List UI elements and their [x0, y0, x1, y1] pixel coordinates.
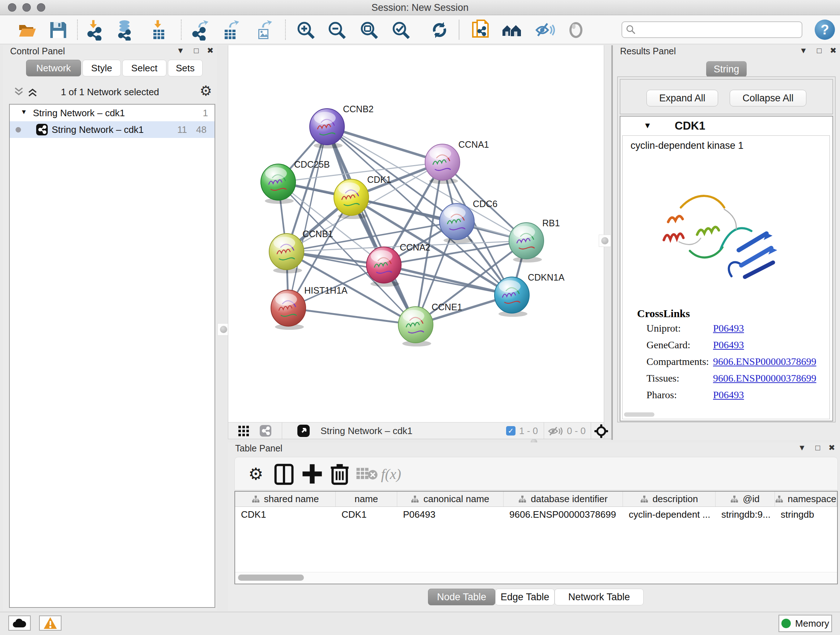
- column-header-database-identifier[interactable]: database identifier: [504, 492, 623, 507]
- compartments-link[interactable]: 9606.ENSP00000378699: [713, 356, 816, 367]
- network-node-CCNB1[interactable]: CCNB1: [269, 229, 333, 273]
- table-cell[interactable]: CDK1: [235, 507, 336, 522]
- results-scrollbar[interactable]: [624, 412, 654, 417]
- table-horizontal-scrollbar[interactable]: [235, 572, 837, 583]
- table-cell[interactable]: cyclin-dependent ...: [623, 507, 715, 522]
- collapse-panel-icon[interactable]: ▼: [177, 46, 185, 55]
- tab-network-table[interactable]: Network Table: [554, 589, 644, 605]
- search-field[interactable]: [622, 21, 802, 38]
- fit-selected-crosshair-icon[interactable]: [594, 424, 608, 438]
- network-edge-HIST1H1A-CCNE1[interactable]: [288, 308, 416, 325]
- delete-table-icon[interactable]: [355, 462, 379, 486]
- tab-network[interactable]: Network: [26, 60, 81, 76]
- tissues-link[interactable]: 9606.ENSP00000378699: [713, 372, 816, 384]
- network-collection-row[interactable]: ▼ String Network – cdk1 1: [10, 105, 215, 121]
- import-network-from-file-button[interactable]: [84, 19, 106, 41]
- network-from-file-button[interactable]: [469, 19, 492, 41]
- zoom-in-button[interactable]: [294, 19, 317, 41]
- close-panel-icon[interactable]: ✖: [830, 46, 836, 55]
- tab-style[interactable]: Style: [82, 60, 121, 76]
- node-label-CCNB2: CCNB2: [343, 104, 374, 114]
- table-cell[interactable]: stringdb: [775, 507, 837, 522]
- table-options-gear-icon[interactable]: ⚙: [244, 462, 267, 486]
- column-header-description[interactable]: description: [623, 492, 715, 507]
- zoom-out-button[interactable]: [325, 19, 348, 41]
- collapse-panel-icon[interactable]: ▼: [798, 443, 806, 453]
- help-button[interactable]: ?: [815, 19, 835, 40]
- grid-view-icon[interactable]: [238, 426, 249, 437]
- zoom-selected-button[interactable]: [390, 19, 412, 41]
- birds-eye-view-icon[interactable]: [297, 424, 310, 437]
- warnings-button[interactable]: [39, 616, 62, 631]
- save-session-button[interactable]: [47, 19, 69, 41]
- export-network-button[interactable]: [189, 19, 212, 41]
- table-cell[interactable]: stringdb:9...: [715, 507, 775, 522]
- network-canvas[interactable]: CCNB2CCNA1CDC25BCDK1CDC6RB1CCNB1CCNA2CDK…: [228, 45, 604, 422]
- genecard-link[interactable]: P06493: [713, 339, 744, 351]
- column-header-namespace[interactable]: namespace: [775, 492, 837, 507]
- memory-button[interactable]: Memory: [778, 615, 832, 632]
- network-options-gear-icon[interactable]: ⚙: [200, 83, 212, 99]
- export-table-button[interactable]: [219, 19, 242, 41]
- import-network-from-database-button[interactable]: [114, 19, 136, 41]
- pharos-link[interactable]: P06493: [713, 389, 744, 401]
- string-view-icon[interactable]: [259, 424, 272, 437]
- main-toolbar: ?: [0, 15, 840, 44]
- tab-sets[interactable]: Sets: [168, 60, 202, 76]
- expand-all-button[interactable]: Expand All: [646, 90, 718, 106]
- float-panel-icon[interactable]: □: [817, 46, 821, 55]
- network-node-RB1[interactable]: RB1: [509, 218, 560, 263]
- tab-string[interactable]: String: [706, 61, 747, 77]
- string-home-button[interactable]: [501, 19, 523, 41]
- tree-expander-icon[interactable]: ▼: [21, 108, 27, 116]
- tab-node-table[interactable]: Node Table: [428, 589, 495, 605]
- uniprot-link[interactable]: P06493: [713, 323, 744, 334]
- table-cell[interactable]: P06493: [397, 507, 504, 522]
- collapse-all-button[interactable]: Collapse All: [729, 90, 806, 106]
- table-cell[interactable]: 9606.ENSP00000378699: [504, 507, 623, 522]
- selected-checkbox-icon[interactable]: ✓: [506, 426, 515, 435]
- network-node-CCNE1[interactable]: CCNE1: [398, 302, 462, 347]
- network-node-CCNA2[interactable]: CCNA2: [366, 242, 431, 287]
- network-row[interactable]: String Network – cdk1 11 48: [10, 121, 215, 138]
- zoom-fit-button[interactable]: [358, 19, 380, 41]
- network-edge-CCNB2-CCNA1[interactable]: [327, 127, 442, 162]
- collapse-panel-icon[interactable]: ▼: [799, 46, 807, 55]
- network-node-CCNB2[interactable]: CCNB2: [309, 104, 374, 149]
- hide-unhide-button[interactable]: [533, 19, 556, 41]
- close-panel-icon[interactable]: ✖: [829, 443, 835, 453]
- create-column-plus-icon[interactable]: [301, 462, 324, 486]
- show-hide-columns-icon[interactable]: [272, 462, 295, 486]
- network-edge-CCNB2-HIST1H1A[interactable]: [288, 127, 327, 308]
- import-table-from-file-button[interactable]: [148, 19, 170, 41]
- network-graph[interactable]: CCNB2CCNA1CDC25BCDK1CDC6RB1CCNB1CCNA2CDK…: [228, 45, 604, 422]
- delete-column-trash-icon[interactable]: [328, 462, 351, 486]
- network-node-HIST1H1A[interactable]: HIST1H1A: [271, 285, 347, 330]
- right-splitter-handle[interactable]: [599, 234, 611, 247]
- cloud-services-button[interactable]: [8, 616, 31, 631]
- tab-select[interactable]: Select: [122, 60, 166, 76]
- network-node-CDC25B[interactable]: CDC25B: [261, 159, 330, 204]
- column-header-name[interactable]: name: [336, 492, 397, 507]
- table-row[interactable]: CDK1CDK1P064939606.ENSP00000378699cyclin…: [235, 507, 837, 522]
- search-input[interactable]: [636, 24, 802, 35]
- open-session-button[interactable]: [16, 19, 38, 41]
- network-node-CCNA1[interactable]: CCNA1: [425, 139, 489, 184]
- export-image-button[interactable]: [253, 19, 275, 41]
- entry-expander-icon[interactable]: ▼: [644, 121, 652, 130]
- function-builder-button[interactable]: f(x): [379, 462, 403, 486]
- refresh-view-button[interactable]: [428, 19, 451, 41]
- float-panel-icon[interactable]: □: [815, 443, 820, 453]
- column-header--id[interactable]: @id: [715, 492, 775, 507]
- float-panel-icon[interactable]: □: [194, 46, 199, 55]
- scrollbar-thumb[interactable]: [238, 575, 304, 581]
- control-panel-tabs: Network Style Select Sets: [3, 60, 217, 78]
- tab-edge-table[interactable]: Edge Table: [495, 589, 554, 605]
- show-graphics-details-button[interactable]: [565, 19, 587, 41]
- network-edge-CDK1-RB1[interactable]: [351, 197, 526, 241]
- close-panel-icon[interactable]: ✖: [207, 46, 213, 55]
- table-cell[interactable]: CDK1: [336, 507, 397, 522]
- column-header-shared-name[interactable]: shared name: [235, 492, 336, 507]
- network-node-CDKN1A[interactable]: CDKN1A: [494, 272, 565, 317]
- column-header-canonical-name[interactable]: canonical name: [397, 492, 504, 507]
